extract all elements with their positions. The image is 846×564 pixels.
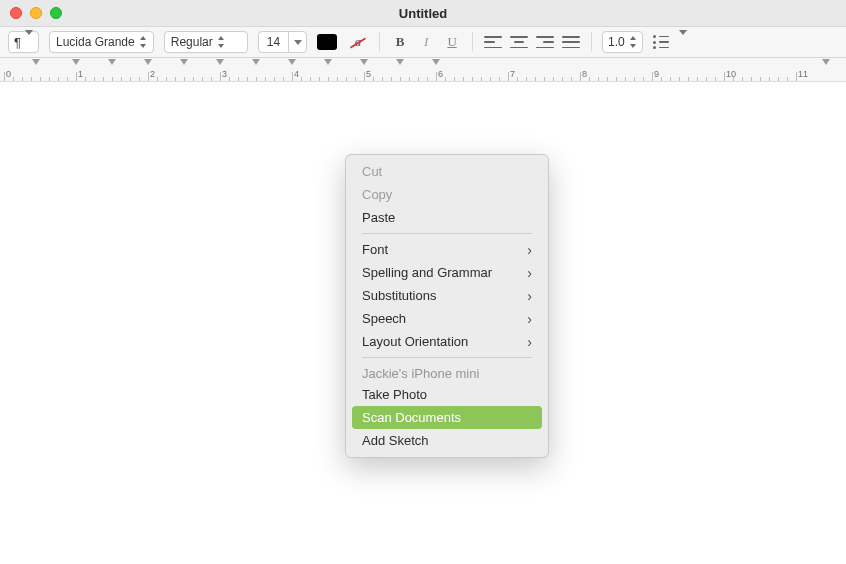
menu-item-label: Copy (362, 187, 392, 202)
font-family-select[interactable]: Lucida Grande (49, 31, 154, 53)
ruler-tick-minor (193, 77, 194, 81)
ruler-tick-minor (400, 77, 401, 81)
menu-item-speech[interactable]: Speech › (352, 307, 542, 330)
ruler-tick-minor (139, 77, 140, 81)
ruler-tick-minor (463, 77, 464, 81)
ruler-tick-minor (121, 77, 122, 81)
chevron-right-icon: › (527, 243, 532, 257)
ruler-tick-minor (40, 77, 41, 81)
bold-button[interactable]: B (390, 31, 410, 53)
ruler-tick-minor (499, 77, 500, 81)
ruler-tick-minor (391, 77, 392, 81)
ruler-tick (796, 72, 797, 81)
ruler-label: 10 (726, 69, 736, 79)
close-window-button[interactable] (10, 7, 22, 19)
line-spacing-select[interactable]: 1.0 (602, 31, 643, 53)
ruler-tick-minor (526, 77, 527, 81)
menu-section-device: Jackie's iPhone mini (352, 362, 542, 383)
align-center-button[interactable] (509, 31, 529, 53)
traffic-lights (10, 7, 62, 19)
menu-item-paste[interactable]: Paste (352, 206, 542, 229)
menu-item-substitutions[interactable]: Substitutions › (352, 284, 542, 307)
ruler-tick-minor (634, 77, 635, 81)
menu-item-add-sketch[interactable]: Add Sketch (352, 429, 542, 452)
font-style-select[interactable]: Regular (164, 31, 248, 53)
ruler-tick-minor (670, 77, 671, 81)
menu-separator (362, 357, 532, 358)
clear-formatting-button[interactable]: a (347, 31, 369, 53)
ruler-tick-minor (751, 77, 752, 81)
tab-stop-marker[interactable] (360, 59, 368, 65)
ruler-tick-minor (418, 77, 419, 81)
menu-item-scan-documents[interactable]: Scan Documents (352, 406, 542, 429)
tab-stop-marker[interactable] (72, 59, 80, 65)
updown-caret-icon (629, 36, 637, 48)
ruler-tick-minor (247, 77, 248, 81)
tab-stop-marker[interactable] (144, 59, 152, 65)
menu-item-font[interactable]: Font › (352, 238, 542, 261)
align-left-button[interactable] (483, 31, 503, 53)
paragraph-style-select[interactable]: ¶ (8, 31, 39, 53)
tab-stop-marker[interactable] (108, 59, 116, 65)
font-size-stepper[interactable]: 14 (258, 31, 307, 53)
ruler-tick-minor (490, 77, 491, 81)
ruler-tick-minor (49, 77, 50, 81)
ruler-tick-minor (355, 77, 356, 81)
tab-stop-marker[interactable] (252, 59, 260, 65)
ruler-tick-minor (679, 77, 680, 81)
tab-stop-marker[interactable] (396, 59, 404, 65)
ruler-tick-minor (175, 77, 176, 81)
window-titlebar: Untitled (0, 0, 846, 27)
menu-item-label: Add Sketch (362, 433, 429, 448)
ruler-tick-minor (733, 77, 734, 81)
ruler-tick-minor (760, 77, 761, 81)
ruler-tick-minor (553, 77, 554, 81)
chevron-down-icon (25, 35, 33, 49)
align-right-button[interactable] (535, 31, 555, 53)
tab-stop-marker[interactable] (32, 59, 40, 65)
tab-stop-marker[interactable] (216, 59, 224, 65)
italic-button[interactable]: I (416, 31, 436, 53)
ruler-tick-minor (283, 77, 284, 81)
menu-item-cut[interactable]: Cut (352, 160, 542, 183)
font-size-step-button[interactable] (288, 32, 306, 52)
tab-stop-marker[interactable] (288, 59, 296, 65)
underline-button[interactable]: U (442, 31, 462, 53)
ruler-label: 8 (582, 69, 587, 79)
horizontal-ruler[interactable]: 01234567891011 (0, 58, 846, 82)
tab-stop-marker[interactable] (324, 59, 332, 65)
ruler-label: 2 (150, 69, 155, 79)
align-justify-button[interactable] (561, 31, 581, 53)
text-color-swatch[interactable] (317, 34, 337, 50)
menu-item-copy[interactable]: Copy (352, 183, 542, 206)
ruler-tick-minor (706, 77, 707, 81)
menu-item-label: Substitutions (362, 288, 436, 303)
menu-item-label: Scan Documents (362, 410, 461, 425)
ruler-tick-minor (382, 77, 383, 81)
alignment-group (483, 31, 581, 53)
zoom-window-button[interactable] (50, 7, 62, 19)
ruler-tick-minor (112, 77, 113, 81)
ruler-tick-minor (31, 77, 32, 81)
ruler-tick-minor (85, 77, 86, 81)
ruler-tick-minor (103, 77, 104, 81)
tab-stop-marker[interactable] (432, 59, 440, 65)
menu-item-spelling-grammar[interactable]: Spelling and Grammar › (352, 261, 542, 284)
list-style-select[interactable] (653, 35, 687, 49)
minimize-window-button[interactable] (30, 7, 42, 19)
menu-item-take-photo[interactable]: Take Photo (352, 383, 542, 406)
tab-stop-marker[interactable] (180, 59, 188, 65)
toolbar-divider (472, 32, 473, 52)
right-margin-marker[interactable] (822, 59, 830, 65)
format-toolbar: ¶ Lucida Grande Regular 14 a B I U 1.0 (0, 27, 846, 58)
ruler-tick-minor (202, 77, 203, 81)
ruler-tick-minor (130, 77, 131, 81)
chevron-right-icon: › (527, 335, 532, 349)
ruler-label: 0 (6, 69, 11, 79)
ruler-tick-minor (697, 77, 698, 81)
ruler-tick-minor (535, 77, 536, 81)
ruler-tick-minor (184, 77, 185, 81)
menu-item-layout-orientation[interactable]: Layout Orientation › (352, 330, 542, 353)
document-canvas[interactable]: Cut Copy Paste Font › Spelling and Gramm… (0, 82, 846, 564)
ruler-tick (724, 72, 725, 81)
